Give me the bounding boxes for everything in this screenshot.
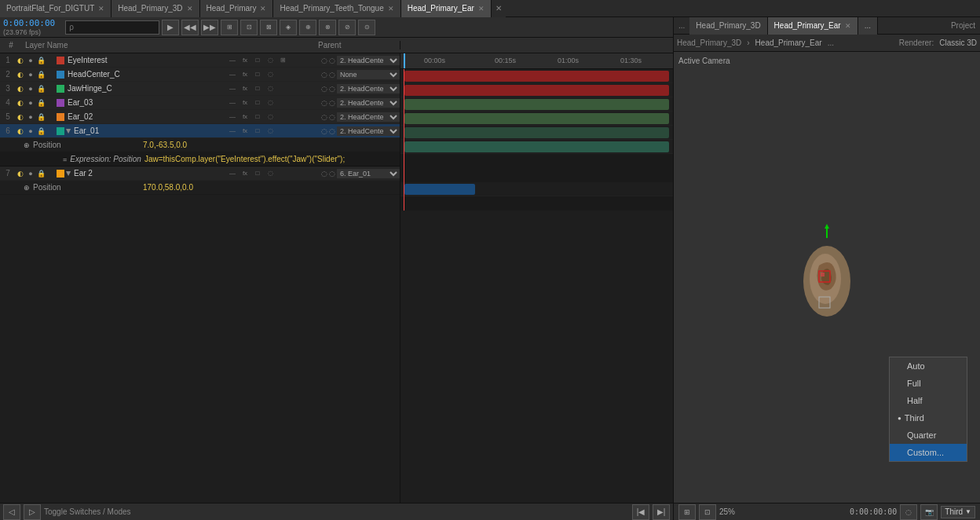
lock-btn[interactable]: 🔒 bbox=[36, 98, 46, 108]
visibility-btn[interactable]: ● bbox=[26, 56, 35, 65]
play-btn[interactable]: ▶ bbox=[162, 20, 179, 35]
tab-close[interactable]: ✕ bbox=[388, 5, 394, 13]
solo-btn[interactable]: ◐ bbox=[16, 126, 25, 136]
visibility-btn[interactable]: ● bbox=[26, 84, 35, 93]
switch-btn[interactable]: — bbox=[227, 56, 238, 65]
layer-row[interactable]: 1 ◐ ● 🔒 EyeInterest — fx □ ◌ bbox=[0, 53, 400, 68]
switch-btn[interactable]: fx bbox=[240, 98, 250, 108]
switch-btn[interactable]: □ bbox=[252, 98, 263, 108]
switch-btn[interactable]: — bbox=[227, 70, 238, 79]
lock-btn[interactable]: 🔒 bbox=[36, 112, 46, 122]
layer-row[interactable]: 3 ◐ ● 🔒 JawHinge_C — fx □ ◌ bbox=[0, 82, 400, 96]
switch-btn[interactable]: □ bbox=[252, 56, 263, 65]
tab-close[interactable]: ✕ bbox=[478, 5, 485, 13]
parent-select[interactable]: 2. HeadCente bbox=[337, 126, 400, 136]
right-tab-ear[interactable]: Head_Primary_Ear ✕ bbox=[768, 17, 858, 35]
switch-btn[interactable]: ◌ bbox=[265, 98, 276, 108]
parent-select[interactable]: 2. HeadCente bbox=[337, 56, 400, 65]
layer-row[interactable]: 7 ◐ ● 🔒 ▶ Ear 2 — fx □ ◌ bbox=[0, 167, 400, 181]
nav-start[interactable]: |◀ bbox=[632, 504, 649, 520]
solo-btn[interactable]: ◐ bbox=[16, 169, 25, 178]
visibility-btn[interactable]: ● bbox=[26, 126, 35, 136]
search-input[interactable] bbox=[65, 20, 159, 35]
close-panel-btn[interactable]: ✕ bbox=[492, 0, 506, 17]
tab-close[interactable]: ✕ bbox=[187, 5, 193, 13]
switch-btn[interactable]: ◌ bbox=[265, 169, 276, 178]
switch-btn[interactable]: fx bbox=[240, 126, 250, 136]
camera-icon-btn[interactable]: 📷 bbox=[920, 504, 938, 520]
switch-btn[interactable]: ◌ bbox=[265, 70, 276, 79]
solo-btn[interactable]: ◐ bbox=[16, 56, 25, 65]
visibility-btn[interactable]: ● bbox=[26, 112, 35, 122]
switch-btn[interactable]: □ bbox=[252, 70, 263, 79]
switch-btn[interactable]: — bbox=[227, 112, 238, 122]
dropdown-item-full[interactable]: Full bbox=[890, 375, 967, 392]
switch-btn[interactable]: ◌ bbox=[265, 126, 276, 136]
tool7[interactable]: ⊘ bbox=[338, 20, 356, 35]
view-select-button[interactable]: Third ▼ bbox=[941, 506, 975, 518]
dropdown-item-quarter[interactable]: Quarter bbox=[890, 427, 967, 444]
switch-btn[interactable]: ◌ bbox=[265, 84, 276, 93]
lock-btn[interactable]: 🔒 bbox=[36, 169, 46, 178]
switch-btn[interactable]: fx bbox=[240, 169, 250, 178]
tab-head-primary-ear[interactable]: Head_Primary_Ear ✕ bbox=[401, 0, 492, 17]
tool2[interactable]: ⊡ bbox=[240, 20, 258, 35]
switch-btn[interactable]: — bbox=[227, 169, 238, 178]
solo-btn[interactable]: ◐ bbox=[16, 84, 25, 93]
switch-btn[interactable]: □ bbox=[252, 84, 263, 93]
parent-select[interactable]: 2. HeadCente bbox=[337, 84, 400, 93]
tool5[interactable]: ⊕ bbox=[299, 20, 316, 35]
solo-btn[interactable]: ◐ bbox=[16, 112, 25, 122]
timecode-btn[interactable]: ◌ bbox=[900, 504, 917, 520]
visibility-btn[interactable]: ● bbox=[26, 169, 35, 178]
layer-row[interactable]: 4 ◐ ● 🔒 Ear_03 — fx □ ◌ bbox=[0, 96, 400, 110]
lock-btn[interactable]: 🔒 bbox=[36, 126, 46, 136]
switch-btn[interactable]: fx bbox=[240, 56, 250, 65]
switch-btn[interactable]: ◌ bbox=[265, 112, 276, 122]
switch-btn[interactable]: ⊞ bbox=[277, 56, 288, 65]
tab-portraitflat[interactable]: PortraitFlat_For_DIGTUT ✕ bbox=[0, 0, 112, 17]
visibility-btn[interactable]: ● bbox=[26, 70, 35, 79]
nav-end[interactable]: ▶| bbox=[653, 504, 670, 520]
lock-btn[interactable]: 🔒 bbox=[36, 70, 46, 79]
step-fwd-btn[interactable]: ▶▶ bbox=[201, 20, 218, 35]
parent-select[interactable]: 2. HeadCente bbox=[337, 112, 400, 122]
grid-btn[interactable]: ⊡ bbox=[699, 504, 716, 520]
tool6[interactable]: ⊗ bbox=[319, 20, 336, 35]
switch-btn[interactable]: fx bbox=[240, 112, 250, 122]
expand-btn[interactable]: ◁ bbox=[3, 504, 20, 520]
visibility-btn[interactable]: ● bbox=[26, 98, 35, 108]
solo-btn[interactable]: ◐ bbox=[16, 70, 25, 79]
tab-close[interactable]: ✕ bbox=[845, 22, 851, 30]
switch-btn[interactable]: □ bbox=[252, 126, 263, 136]
tab-head-primary[interactable]: Head_Primary ✕ bbox=[200, 0, 274, 17]
layer-row[interactable]: 5 ◐ ● 🔒 Ear_02 — fx □ ◌ bbox=[0, 110, 400, 124]
tool8[interactable]: ⊙ bbox=[358, 20, 375, 35]
tab-head-primary-3d[interactable]: Head_Primary_3D ✕ bbox=[112, 0, 199, 17]
switch-btn[interactable]: □ bbox=[252, 112, 263, 122]
dropdown-item-half[interactable]: Half bbox=[890, 392, 967, 409]
layer-row-selected[interactable]: 6 ◐ ● 🔒 ▶ Ear_01 — fx □ ◌ bbox=[0, 124, 400, 138]
switch-btn[interactable]: ◌ bbox=[265, 56, 276, 65]
layer-row[interactable]: 2 ◐ ● 🔒 HeadCenter_C — fx □ ◌ bbox=[0, 68, 400, 82]
dropdown-item-third[interactable]: Third bbox=[890, 409, 967, 427]
dropdown-item-auto[interactable]: Auto bbox=[890, 357, 967, 375]
resolution-dropdown[interactable]: Auto Full Half Third Quarter Custom... bbox=[889, 357, 967, 462]
tab-head-primary-teeth[interactable]: Head_Primary_Teeth_Tongue ✕ bbox=[273, 0, 400, 17]
switch-btn[interactable]: — bbox=[227, 126, 238, 136]
expand-arrow[interactable]: ▶ bbox=[65, 129, 72, 134]
parent-select[interactable]: 6. Ear_01 bbox=[337, 169, 400, 178]
switch-btn[interactable]: fx bbox=[240, 84, 250, 93]
tab-close[interactable]: ✕ bbox=[260, 5, 266, 13]
switch-btn[interactable]: □ bbox=[252, 169, 263, 178]
switch-btn[interactable]: — bbox=[227, 84, 238, 93]
switch-btn[interactable]: — bbox=[227, 98, 238, 108]
solo-btn[interactable]: ◐ bbox=[16, 98, 25, 108]
tool3[interactable]: ⊠ bbox=[260, 20, 277, 35]
expand-btn2[interactable]: ▷ bbox=[24, 504, 41, 520]
right-tab-more[interactable]: ... bbox=[858, 17, 878, 35]
tool1[interactable]: ⊞ bbox=[221, 20, 238, 35]
switch-btn[interactable]: fx bbox=[240, 70, 250, 79]
expand-arrow[interactable]: ▶ bbox=[65, 171, 72, 176]
tab-close[interactable]: ✕ bbox=[98, 5, 104, 13]
